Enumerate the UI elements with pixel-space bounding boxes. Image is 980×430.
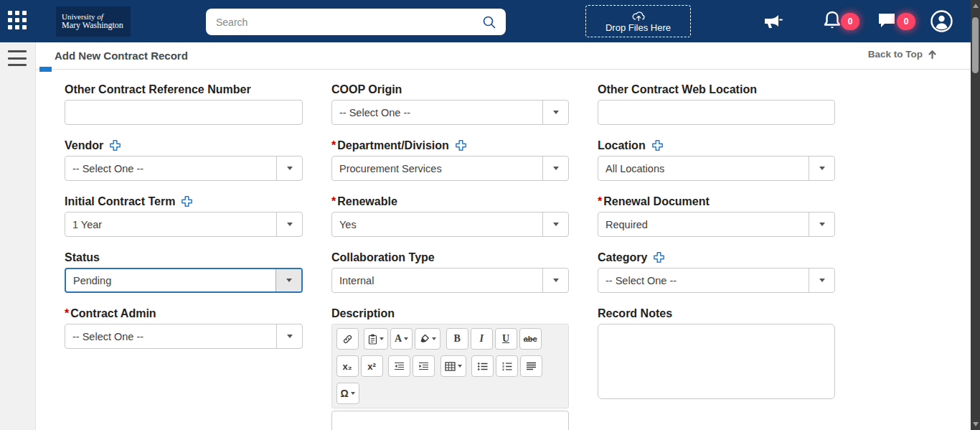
eraser-icon (419, 334, 430, 344)
cloud-upload-icon (631, 9, 646, 22)
dropdown-arrow-button[interactable] (276, 156, 302, 180)
table-icon (445, 362, 456, 371)
field-label: *Renewal Document (598, 195, 835, 208)
dropdown-arrow-button[interactable] (276, 212, 302, 236)
caret-down-icon (553, 167, 559, 170)
scroll-thumb[interactable] (972, 17, 979, 73)
umw-logo[interactable]: University of Mary Washington (56, 6, 131, 37)
renewal-document-select[interactable]: Required (598, 212, 835, 237)
subscript-button[interactable]: x₂ (336, 355, 359, 377)
align-button[interactable] (520, 355, 542, 377)
dropdown-arrow-button[interactable] (276, 324, 302, 348)
menu-hamburger-icon[interactable] (8, 50, 27, 66)
location-select[interactable]: All Locations (598, 156, 835, 181)
field-label: Category (598, 251, 835, 264)
coop-origin-select[interactable]: -- Select One -- (331, 100, 569, 125)
dropdown-arrow-button[interactable] (542, 212, 568, 236)
add-location-plus-icon[interactable] (651, 139, 664, 151)
rich-text-toolbar: A B I U abc x₂ x² (331, 324, 569, 408)
announcements-megaphone-icon[interactable] (761, 10, 784, 32)
vendor-select[interactable]: -- Select One -- (65, 156, 303, 181)
dropdown-arrow-button[interactable] (809, 268, 834, 292)
collaboration-type-select[interactable]: Internal (331, 268, 569, 293)
caret-down-icon (819, 167, 825, 170)
paste-button[interactable] (364, 328, 388, 350)
dropdown-arrow-button[interactable] (542, 156, 568, 180)
notifications-bell-icon[interactable] (822, 10, 842, 32)
dropdown-arrow-button[interactable] (542, 268, 568, 292)
underline-button[interactable]: U (495, 328, 517, 350)
strikethrough-button[interactable]: abc (519, 328, 542, 350)
field-label: Initial Contract Term (65, 195, 303, 208)
field-other-contract-reference-number: Other Contract Reference Number (65, 83, 303, 125)
increase-indent-button[interactable] (413, 355, 435, 377)
scroll-down-arrow[interactable] (971, 419, 980, 429)
field-record-notes: Record Notes (598, 307, 835, 430)
left-rail (0, 42, 36, 430)
bold-button[interactable]: B (446, 328, 468, 350)
drop-files-zone[interactable]: Drop Files Here (585, 5, 691, 37)
messages-chat-icon[interactable] (877, 10, 897, 30)
notification-count-badge: 0 (841, 13, 859, 30)
bulleted-list-button[interactable] (471, 355, 494, 377)
category-select[interactable]: -- Select One -- (598, 268, 835, 293)
caret-down-icon (819, 279, 825, 282)
add-term-plus-icon[interactable] (181, 195, 193, 207)
numbered-list-button[interactable] (496, 355, 518, 377)
caret-down-icon (432, 337, 436, 340)
align-icon (526, 362, 537, 371)
insert-link-button[interactable] (336, 328, 359, 350)
arrow-up-icon (927, 49, 938, 60)
field-label: *Department/Division (331, 139, 569, 152)
other-contract-reference-number-input[interactable] (65, 100, 303, 125)
remove-format-button[interactable] (415, 328, 440, 350)
field-label: Vendor (65, 139, 303, 152)
add-department-plus-icon[interactable] (455, 139, 467, 151)
search-input[interactable] (206, 17, 481, 28)
back-to-top-link[interactable]: Back to Top (868, 49, 938, 60)
description-editing-area[interactable] (331, 411, 569, 430)
contract-admin-select[interactable]: -- Select One -- (65, 324, 303, 349)
other-contract-web-location-input[interactable] (598, 100, 835, 125)
vertical-scrollbar[interactable] (971, 0, 980, 430)
add-category-plus-icon[interactable] (653, 251, 665, 263)
field-collaboration-type: Collaboration Type Internal (331, 251, 569, 293)
apps-grid-icon[interactable] (8, 11, 29, 32)
dropdown-arrow-button[interactable] (809, 156, 834, 180)
field-label: *Renewable (331, 195, 569, 208)
status-select[interactable]: Pending (65, 268, 303, 293)
logo-line1: University (62, 12, 95, 21)
bullet-list-icon (477, 362, 488, 371)
dropdown-arrow-button[interactable] (275, 269, 301, 291)
search-icon[interactable] (481, 14, 497, 30)
insert-table-button[interactable] (440, 355, 466, 377)
field-status: Status Pending (65, 251, 303, 293)
outdent-icon (394, 362, 405, 371)
renewable-select[interactable]: Yes (331, 212, 569, 237)
field-label: COOP Origin (331, 83, 569, 96)
field-description: Description A B I U abc x₂ x² (331, 307, 569, 430)
dropdown-arrow-button[interactable] (542, 101, 568, 124)
field-renewal-document: *Renewal Document Required (598, 195, 835, 237)
caret-down-icon (286, 279, 292, 282)
initial-contract-term-select[interactable]: 1 Year (65, 212, 303, 237)
field-category: Category -- Select One -- (598, 251, 835, 293)
field-label: *Contract Admin (65, 307, 303, 320)
caret-down-icon (458, 365, 462, 368)
numbered-list-icon (501, 362, 512, 371)
field-renewable: *Renewable Yes (331, 195, 569, 237)
superscript-button[interactable]: x² (361, 355, 383, 377)
special-character-button[interactable]: Ω (336, 383, 359, 404)
scroll-up-arrow[interactable] (971, 1, 980, 11)
field-label: Other Contract Web Location (598, 83, 835, 96)
caret-down-icon (404, 337, 408, 340)
italic-button[interactable]: I (471, 328, 493, 350)
logo-line2: Mary Washington (62, 21, 131, 31)
record-notes-textarea[interactable] (598, 324, 835, 399)
decrease-indent-button[interactable] (388, 355, 410, 377)
account-user-icon[interactable] (930, 9, 953, 33)
add-vendor-plus-icon[interactable] (109, 139, 121, 151)
font-style-button[interactable]: A (390, 328, 413, 350)
dropdown-arrow-button[interactable] (809, 212, 834, 236)
department-division-select[interactable]: Procurement Services (331, 156, 569, 181)
